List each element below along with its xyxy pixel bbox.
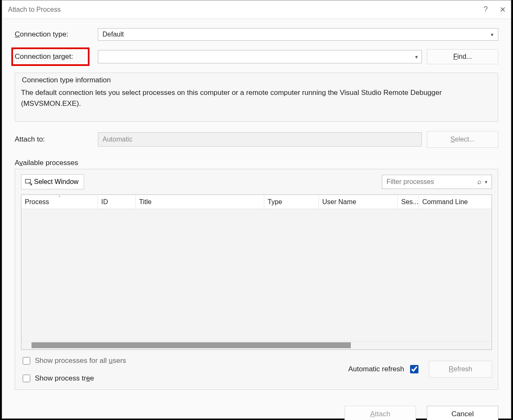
connection-target-combo[interactable]: ▾ — [98, 50, 422, 63]
col-id[interactable]: ID — [98, 195, 136, 209]
select-button[interactable]: Select... — [427, 131, 498, 148]
col-title[interactable]: Title — [136, 195, 264, 209]
select-window-icon — [25, 178, 32, 186]
attach-button[interactable]: Attach — [345, 406, 416, 420]
filter-processes-box[interactable]: ⌕ ▼ — [382, 175, 492, 189]
refresh-button[interactable]: Refresh — [429, 361, 492, 378]
automatic-refresh-label: Automatic refresh — [348, 365, 404, 373]
help-icon[interactable]: ? — [484, 5, 488, 14]
col-process[interactable]: Process ˄ — [21, 195, 98, 209]
connection-type-info-group: Connection type information The default … — [15, 73, 498, 122]
process-table[interactable]: Process ˄ ID Title Type User Name Ses...… — [21, 194, 492, 350]
window-title: Attach to Process — [8, 6, 61, 13]
titlebar-controls: ? ✕ — [484, 5, 506, 14]
attach-to-process-dialog: Attach to Process ? ✕ Connection type: D… — [2, 0, 511, 419]
col-session[interactable]: Ses... — [398, 195, 419, 209]
col-type[interactable]: Type — [264, 195, 319, 209]
info-legend: Connection type information — [21, 76, 492, 84]
chevron-down-icon: ▾ — [491, 32, 494, 38]
find-button[interactable]: Find... — [427, 49, 498, 64]
dialog-buttons: Attach Cancel — [2, 403, 511, 420]
show-process-tree-input[interactable] — [23, 375, 30, 382]
connection-type-select[interactable]: Default ▾ — [98, 28, 498, 41]
attach-to-field: Automatic — [98, 132, 422, 147]
attach-to-label: Attach to: — [15, 135, 98, 144]
available-processes-label: Available processes — [15, 159, 498, 167]
attach-to-value: Automatic — [103, 136, 132, 143]
sort-asc-icon: ˄ — [58, 195, 61, 200]
connection-type-label: Connection type: — [15, 30, 98, 39]
filter-processes-input[interactable] — [386, 178, 477, 186]
titlebar: Attach to Process ? ✕ — [2, 0, 511, 19]
automatic-refresh-checkbox[interactable] — [410, 365, 418, 373]
svg-rect-0 — [26, 179, 31, 183]
col-user-name[interactable]: User Name — [319, 195, 398, 209]
info-text: The default connection lets you select p… — [21, 87, 492, 109]
show-all-users-checkbox[interactable]: Show processes for all users — [21, 356, 126, 366]
chevron-down-icon: ▾ — [415, 54, 418, 60]
select-window-button[interactable]: Select Window — [21, 174, 84, 189]
connection-target-label: Connection target: — [15, 47, 98, 66]
connection-type-value: Default — [103, 31, 124, 38]
filter-dropdown-icon[interactable]: ▼ — [484, 180, 488, 184]
show-all-users-input[interactable] — [23, 357, 30, 365]
show-process-tree-checkbox[interactable]: Show process tree — [21, 373, 126, 383]
search-icon[interactable]: ⌕ — [477, 178, 481, 186]
scrollbar-thumb[interactable] — [32, 342, 351, 348]
table-header: Process ˄ ID Title Type User Name Ses...… — [21, 195, 492, 209]
available-processes-group: Select Window ⌕ ▼ Process ˄ ID — [15, 169, 498, 390]
close-icon[interactable]: ✕ — [500, 5, 506, 14]
cancel-button[interactable]: Cancel — [427, 406, 498, 420]
col-command-line[interactable]: Command Line — [419, 195, 492, 209]
horizontal-scrollbar[interactable] — [21, 341, 492, 349]
table-body — [21, 209, 492, 341]
